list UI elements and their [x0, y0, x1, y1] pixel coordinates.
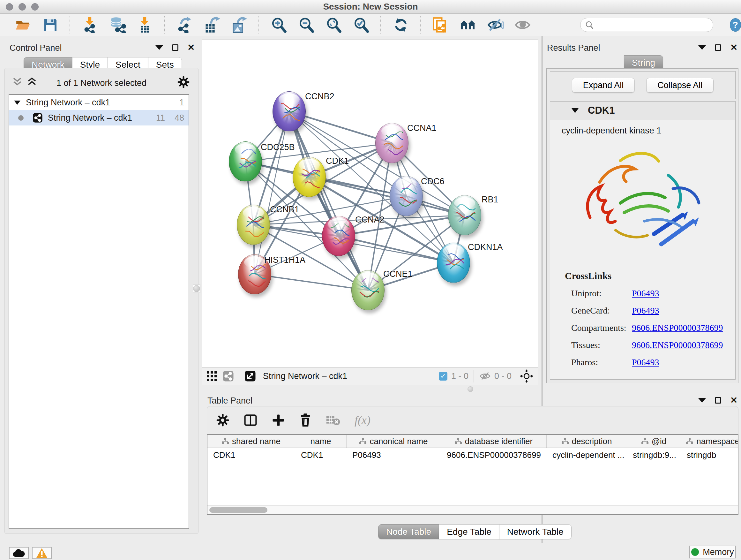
- zoom-selected-icon[interactable]: [353, 17, 369, 33]
- add-column-icon[interactable]: [272, 414, 285, 427]
- network-collection-row[interactable]: String Network – cdk1 1: [9, 95, 189, 110]
- zoom-in-icon[interactable]: [271, 17, 287, 33]
- column-header-name[interactable]: name: [295, 435, 347, 448]
- table-cell: cyclin-dependent ...: [547, 448, 627, 462]
- crosslink-label: Tissues:: [571, 340, 632, 350]
- table-row[interactable]: CDK1CDK1P064939606.ENSP00000378699cyclin…: [207, 448, 738, 462]
- node-label: CDKN1A: [468, 242, 503, 252]
- toolbar-separator: [164, 16, 165, 34]
- toolbar-separator: [381, 16, 381, 34]
- panel-menu-icon[interactable]: [698, 398, 706, 402]
- column-header-description[interactable]: description: [547, 435, 627, 448]
- import-table-icon[interactable]: [137, 17, 153, 33]
- tab-network-table[interactable]: Network Table: [499, 524, 571, 539]
- panel-close-icon[interactable]: ✕: [730, 397, 738, 403]
- panel-float-icon[interactable]: [172, 44, 179, 51]
- memory-status-dot: [691, 548, 699, 556]
- node-cdc25b[interactable]: [229, 141, 262, 182]
- table-toolbar: f(x): [207, 406, 738, 434]
- table-horizontal-scrollbar[interactable]: [207, 505, 738, 514]
- entry-collapse-icon[interactable]: [571, 107, 579, 114]
- expand-all-button[interactable]: Expand All: [572, 78, 635, 92]
- show-all-eye-icon[interactable]: [515, 17, 531, 33]
- home-layout-icon[interactable]: [460, 17, 476, 33]
- tab-node-table[interactable]: Node Table: [378, 524, 439, 539]
- save-session-icon[interactable]: [42, 17, 59, 33]
- column-header-canonical-name[interactable]: canonical name: [347, 435, 441, 448]
- bottom-splitter-handle[interactable]: [466, 386, 475, 393]
- tab-string[interactable]: String: [624, 55, 663, 70]
- cloud-status-button[interactable]: [9, 547, 29, 559]
- left-splitter[interactable]: [201, 36, 201, 543]
- hide-selected-eye-icon[interactable]: [487, 17, 503, 33]
- panel-close-icon[interactable]: ✕: [730, 44, 738, 51]
- export-network-icon[interactable]: [176, 17, 193, 33]
- node-ccnb1[interactable]: [237, 205, 270, 245]
- zoom-fit-icon[interactable]: [326, 17, 342, 33]
- selected-nodes-checkbox[interactable]: ✓: [439, 372, 448, 381]
- zoom-out-icon[interactable]: [298, 17, 315, 33]
- panel-close-icon[interactable]: ✕: [187, 44, 195, 51]
- column-header-@id[interactable]: @id: [627, 435, 681, 448]
- network-options-gear-icon[interactable]: [177, 76, 190, 90]
- collapse-all-button[interactable]: Collapse All: [646, 78, 714, 92]
- column-header-database-identifier[interactable]: database identifier: [441, 435, 547, 448]
- column-header-shared-name[interactable]: shared name: [207, 435, 295, 448]
- network-canvas[interactable]: CCNB2CCNA1CDC25BCDK1CDC6RB1CCNB1CCNA2CDK…: [202, 40, 538, 367]
- panel-menu-icon[interactable]: [698, 45, 706, 50]
- crosslink-link[interactable]: P06493: [632, 357, 659, 368]
- column-header-namespace[interactable]: namespace: [681, 435, 738, 448]
- node-label: HIST1H1A: [264, 255, 306, 265]
- window-title: Session: New Session: [0, 2, 741, 12]
- table-cell: stringdb:9...: [627, 448, 681, 462]
- refresh-icon[interactable]: [393, 17, 409, 33]
- network-row[interactable]: String Network – cdk1 11 48: [9, 110, 189, 125]
- scrollbar-thumb[interactable]: [209, 507, 267, 513]
- import-network-from-database-icon[interactable]: [109, 17, 126, 33]
- memory-button[interactable]: Memory: [689, 546, 736, 558]
- node-ccne1[interactable]: [351, 270, 385, 310]
- node-rb1[interactable]: [448, 195, 481, 235]
- hidden-eye-icon: [479, 371, 491, 381]
- tab-edge-table[interactable]: Edge Table: [439, 524, 499, 539]
- panel-float-icon[interactable]: [715, 397, 721, 403]
- fit-selected-crosshair-icon[interactable]: [520, 369, 533, 383]
- node-gloss: [279, 94, 299, 105]
- crosslinks-list: Uniprot:P06493GeneCard:P06493Compartment…: [550, 288, 735, 368]
- node-cdk1[interactable]: [293, 157, 326, 197]
- import-network-icon[interactable]: [82, 17, 98, 33]
- left-splitter-handle[interactable]: [193, 285, 200, 293]
- show-columns-icon[interactable]: [244, 413, 258, 427]
- network-view-icon[interactable]: [222, 370, 234, 382]
- crosslink-link[interactable]: 9606.ENSP00000378699: [632, 323, 723, 333]
- control-panel: Control Panel ✕ NetworkStyleSelectSets 1…: [0, 36, 201, 543]
- delete-column-icon[interactable]: [299, 413, 312, 427]
- table-options-gear-icon[interactable]: [216, 414, 229, 427]
- node-cdc6[interactable]: [390, 176, 423, 216]
- open-session-icon[interactable]: [15, 17, 31, 33]
- crosslink-link[interactable]: P06493: [632, 288, 659, 299]
- crosslink-link[interactable]: P06493: [632, 306, 659, 316]
- node-ccnb2[interactable]: [273, 91, 306, 132]
- panel-float-icon[interactable]: [715, 44, 721, 51]
- search-input[interactable]: [580, 18, 713, 32]
- node-gloss: [381, 125, 402, 137]
- detach-view-icon[interactable]: [245, 370, 256, 382]
- export-table-icon[interactable]: [204, 17, 220, 33]
- node-cdkn1a[interactable]: [437, 243, 470, 283]
- gene-entry-header[interactable]: CDK1: [550, 102, 735, 119]
- duplicate-network-icon[interactable]: [432, 17, 449, 33]
- node-ccna1[interactable]: [375, 123, 408, 163]
- search-icon: [585, 20, 594, 29]
- help-button[interactable]: ?: [730, 18, 741, 32]
- panel-menu-icon[interactable]: [155, 45, 163, 50]
- export-image-icon[interactable]: [231, 17, 248, 33]
- grid-view-icon[interactable]: [206, 371, 217, 381]
- node-ccna2[interactable]: [322, 216, 355, 256]
- warning-status-button[interactable]: [32, 547, 52, 559]
- crosslink-row: Compartments:9606.ENSP00000378699: [571, 323, 735, 333]
- selected-counts: 1 - 0: [451, 371, 468, 381]
- tree-expand-icon[interactable]: [14, 100, 21, 105]
- string-results-content: Expand All Collapse All CDK1 cyclin-depe…: [546, 68, 738, 383]
- crosslink-link[interactable]: 9606.ENSP00000378699: [632, 340, 723, 350]
